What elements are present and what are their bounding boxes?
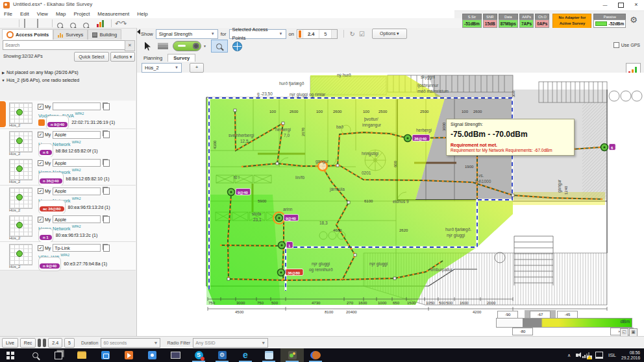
gear-icon[interactable]: ⚙ [630, 14, 638, 27]
taskbar-icon-settings[interactable]: ⚙ [210, 348, 234, 362]
copy-icon[interactable] [103, 160, 110, 167]
band-24-button[interactable]: 2.4 [303, 30, 319, 38]
group-hus2[interactable]: ▼Hús_2 (6/6 APs), one radio selected [0, 77, 136, 84]
taskbar-icon-edge[interactable]: e [234, 348, 257, 362]
ap-row[interactable]: Hús_2✓MyVPN_Wifi WPA2n 9@4060:e3:27:76:b… [0, 242, 136, 271]
map-ap-marker[interactable]: 9@40 [228, 189, 251, 196]
redo-icon[interactable]: ↷ [121, 19, 127, 28]
ap-map-thumbnail[interactable] [9, 215, 32, 237]
map-ap-marker[interactable]: 36@40 [404, 135, 430, 142]
add-map-button[interactable]: + [190, 63, 204, 73]
radio-badge[interactable]: n 9@40 [38, 257, 61, 271]
legend-tick[interactable]: -67 [530, 311, 551, 319]
taskbar-icon-ekahau-site-survey[interactable] [280, 348, 304, 362]
legend-tick[interactable]: -90 [497, 311, 518, 319]
clear-search-icon[interactable]: ✕ [125, 40, 135, 51]
my-ap-checkbox[interactable]: ✓ [38, 188, 43, 194]
radio-badge[interactable]: ac 36@80 [38, 200, 66, 214]
menu-project[interactable]: Project [69, 10, 93, 18]
band-24-button[interactable]: 2.4 [48, 338, 62, 348]
tab-survey[interactable]: Survey [167, 54, 195, 62]
network-warning-icon[interactable] [582, 352, 590, 358]
zoom-out-icon[interactable] [70, 19, 80, 28]
taskbar-icon-task-view[interactable] [47, 348, 70, 362]
tab-planning[interactable]: Planning [138, 54, 167, 62]
tray-chevron-icon[interactable]: ∧ [567, 353, 571, 358]
ap-name-field[interactable] [53, 159, 101, 167]
taskbar-icon-file-explorer[interactable] [70, 348, 93, 362]
menu-map[interactable]: Map [52, 10, 70, 18]
ap-name-field[interactable] [53, 103, 101, 110]
menu-help[interactable]: Help [133, 10, 151, 18]
tab-surveys[interactable]: Surveys [53, 29, 88, 40]
undo-icon[interactable]: ↶ [115, 19, 121, 28]
select-tool-icon[interactable] [145, 42, 151, 51]
copy-icon[interactable] [103, 245, 110, 252]
my-ap-checkbox[interactable]: ✓ [38, 132, 43, 138]
inspect-tool-button[interactable] [211, 40, 228, 53]
survey-mode-toggle[interactable] [173, 41, 201, 51]
minimize-button[interactable] [597, 0, 613, 10]
ap-map-thumbnail[interactable] [9, 244, 32, 265]
group-not-placed[interactable]: ▶Not placed on any Map (26/26 APs) [0, 69, 136, 76]
export-image-icon[interactable] [37, 19, 47, 28]
map-ap-marker[interactable]: 6 [601, 144, 616, 151]
my-ap-checkbox[interactable]: ✓ [38, 104, 43, 110]
volume-icon[interactable] [576, 354, 578, 357]
zoom-in-icon[interactable] [57, 19, 68, 28]
analysis-icon[interactable] [96, 19, 106, 28]
ap-name-field[interactable] [53, 215, 101, 223]
search-input[interactable] [3, 40, 126, 50]
ap-row[interactable]: Hús_2✓MyHome Network WPA2n 36@40b8:8d:12… [0, 157, 136, 186]
zoom-fit-icon[interactable] [83, 19, 93, 28]
gps-globe-icon[interactable] [232, 42, 242, 51]
panel-collapse-icon[interactable] [137, 29, 140, 34]
ap-row[interactable]: Hús_2✓MyHome Network WPA2n 180:ea:96:f3:… [0, 213, 136, 242]
ap-map-thumbnail[interactable] [9, 103, 32, 124]
taskbar-icon-notes[interactable] [257, 348, 280, 362]
quick-select-button[interactable]: Quick Select [74, 52, 109, 62]
ap-name-field[interactable] [53, 187, 101, 195]
live-button[interactable]: Live [2, 338, 18, 348]
radio-filter-dropdown[interactable]: Any SSID▼ [193, 338, 268, 348]
taskbar-icon-skype[interactable]: S [187, 348, 210, 362]
taskbar-icon-photos[interactable] [140, 348, 164, 362]
close-button[interactable]: × [628, 0, 644, 10]
taskbar-icon-media-player[interactable] [117, 348, 140, 362]
menu-view[interactable]: View [33, 10, 52, 18]
legend-gradient-bar[interactable]: dBm [496, 318, 632, 328]
map-select-dropdown[interactable]: Hús_2▼ [142, 63, 182, 73]
tab-building[interactable]: Building [88, 29, 121, 40]
copy-icon[interactable] [103, 131, 110, 138]
ap-name-field[interactable] [53, 131, 101, 139]
duration-dropdown[interactable]: 60 seconds▼ [101, 338, 160, 348]
my-ap-checkbox[interactable]: ✓ [38, 245, 43, 251]
ap-row[interactable]: Hús_2✓MyHome Network WPA2n 6b8:8d:12:65:… [0, 129, 136, 158]
copy-icon[interactable] [103, 103, 110, 110]
ap-map-thumbnail[interactable] [9, 187, 32, 209]
ap-map-thumbnail[interactable] [9, 131, 32, 152]
radio-badge[interactable]: n 1 [38, 228, 53, 243]
menu-file[interactable]: File [0, 10, 16, 18]
taskbar-icon-paint-3d[interactable] [304, 348, 327, 362]
menu-edit[interactable]: Edit [16, 10, 33, 18]
taskbar-icon-search[interactable] [23, 348, 47, 362]
my-ap-checkbox[interactable]: ✓ [38, 160, 43, 166]
ap-name-field[interactable] [53, 244, 101, 252]
band-5-button[interactable]: 5 [64, 338, 75, 348]
map-ap-marker[interactable]: 36@80 [278, 269, 304, 276]
ap-filter-dropdown[interactable]: Selected Access Points▼ [229, 29, 286, 39]
actions-button[interactable]: Actions ▾ [110, 52, 135, 62]
wall-tool-icon[interactable] [158, 43, 168, 49]
options-button[interactable]: Options ▾ [372, 29, 407, 39]
taskbar-icon-start[interactable] [0, 348, 23, 362]
radio-badge[interactable]: n 36@40 [38, 172, 64, 186]
refresh-icon[interactable]: ↻ [349, 30, 354, 38]
auto-update-icon[interactable]: ☑ [359, 30, 365, 38]
open-project-icon[interactable] [4, 19, 14, 28]
ap-map-thumbnail[interactable] [9, 159, 32, 180]
copy-icon[interactable] [103, 187, 110, 195]
legend-tick[interactable]: -80 [512, 328, 533, 335]
radio-badge[interactable]: n 6 [38, 143, 53, 158]
ap-row[interactable]: Hús_2✓MyHome Network WPA2ac 36@8080:ea:9… [0, 186, 136, 214]
